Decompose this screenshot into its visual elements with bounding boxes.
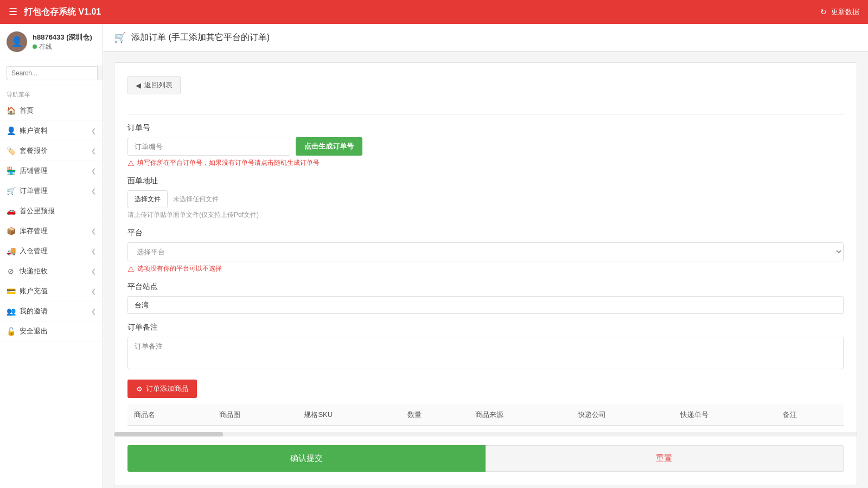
chevron-icon: ❮ (91, 308, 96, 315)
search-input[interactable] (7, 66, 97, 80)
menu-icon[interactable]: ☰ (9, 6, 17, 18)
order-number-row: 点击生成订单号 (127, 137, 844, 156)
file-select-button[interactable]: 选择文件 (127, 190, 168, 208)
form-actions: 确认提交 重置 (127, 445, 844, 472)
content-header: 🛒 添加订单 (手工添加其它平台的订单) (103, 24, 868, 52)
table-header-image: 商品图 (213, 404, 298, 426)
sidebar-item-recharge[interactable]: 💳 账户充值 ❮ (0, 281, 103, 301)
file-no-selected: 未选择任何文件 (173, 195, 219, 204)
main-layout: 👤 h8876433 (深圳仓) 在线 🔍 导航菜单 🏠 首页 (0, 24, 868, 488)
sidebar-item-account[interactable]: 👤 账户资料 ❮ (0, 121, 103, 141)
sidebar-item-label: 账户资料 (20, 126, 48, 136)
user-status: 在线 (33, 42, 92, 52)
platform-select[interactable]: 选择平台 (127, 242, 844, 261)
sidebar: 👤 h8876433 (深圳仓) 在线 🔍 导航菜单 🏠 首页 (0, 24, 103, 488)
sidebar-item-label: 库存管理 (20, 226, 48, 236)
sidebar-item-label: 入仓管理 (20, 246, 48, 256)
back-arrow-icon: ◀ (136, 81, 141, 89)
add-product-label: 订单添加商品 (146, 384, 188, 394)
sidebar-item-express[interactable]: ⊘ 快递拒收 ❮ (0, 261, 103, 281)
reset-button[interactable]: 重置 (486, 445, 844, 472)
refresh-icon: ↻ (820, 8, 827, 16)
sidebar-item-warehouse[interactable]: 📦 库存管理 ❮ (0, 221, 103, 241)
table-header-remark: 备注 (776, 404, 844, 426)
sidebar-item-package[interactable]: 🏷️ 套餐报价 ❮ (0, 141, 103, 161)
sidebar-item-label: 店铺管理 (20, 166, 48, 176)
content-area: 🛒 添加订单 (手工添加其它平台的订单) ◀ 返回列表 订单号 点击生成订单号 (103, 24, 868, 488)
remark-label: 订单备注 (127, 323, 844, 332)
sidebar-section-label: 导航菜单 (0, 86, 103, 101)
sidebar-item-firstmile[interactable]: 🚗 首公里预报 (0, 201, 103, 221)
chevron-icon: ❮ (91, 288, 96, 295)
recharge-icon: 💳 (7, 287, 15, 296)
platform-error-hint: ⚠ 选项没有你的平台可以不选择 (127, 264, 844, 273)
user-section: 👤 h8876433 (深圳仓) 在线 (0, 24, 103, 60)
add-product-button[interactable]: ⚙ 订单添加商品 (127, 380, 197, 398)
platform-station-input[interactable] (127, 296, 844, 314)
form-card: ◀ 返回列表 订单号 点击生成订单号 ⚠ 填写你所在平台订单号，如果没有订单号请… (114, 62, 857, 485)
chevron-icon: ❮ (91, 268, 96, 275)
sidebar-item-label: 首公里预报 (20, 206, 55, 216)
user-name: h8876433 (深圳仓) (33, 33, 92, 42)
inbound-icon: 🚚 (7, 247, 15, 255)
submit-button[interactable]: 确认提交 (127, 445, 486, 472)
chevron-icon: ❮ (91, 127, 96, 134)
sidebar-item-inbound[interactable]: 🚚 入仓管理 ❮ (0, 241, 103, 261)
logout-icon: 🔓 (7, 327, 15, 336)
user-info: h8876433 (深圳仓) 在线 (33, 33, 92, 52)
platform-error-text: 选项没有你的平台可以不选择 (137, 264, 222, 273)
product-table: 商品名 商品图 规格SKU 数量 商品来源 快递公司 快递单号 备注 (127, 404, 844, 426)
back-button[interactable]: ◀ 返回列表 (127, 76, 181, 94)
error-icon: ⚠ (127, 265, 135, 273)
package-icon: 🏷️ (7, 146, 15, 155)
sidebar-item-label: 快递拒收 (20, 266, 48, 276)
order-number-section: 订单号 点击生成订单号 ⚠ 填写你所在平台订单号，如果没有订单号请点击随机生成订… (127, 123, 844, 168)
shop-icon: 🏪 (7, 166, 15, 175)
scroll-bar[interactable] (114, 432, 223, 436)
remark-input[interactable] (127, 337, 844, 369)
content-header-icon: 🛒 (114, 31, 126, 43)
avatar: 👤 (7, 31, 27, 52)
firstmile-icon: 🚗 (7, 207, 15, 215)
remark-section: 订单备注 (127, 323, 844, 371)
express-icon: ⊘ (7, 267, 15, 275)
order-number-input[interactable] (127, 138, 290, 156)
sidebar-item-invite[interactable]: 👥 我的邀请 ❮ (0, 301, 103, 322)
chevron-icon: ❮ (91, 248, 96, 255)
order-number-label: 订单号 (127, 123, 844, 133)
header-left: ☰ 打包仓存系统 V1.01 (9, 6, 101, 18)
platform-station-label: 平台站点 (127, 282, 844, 292)
generate-button[interactable]: 点击生成订单号 (296, 137, 362, 156)
platform-station-section: 平台站点 (127, 282, 844, 314)
table-header-qty: 数量 (401, 404, 468, 426)
chevron-icon: ❮ (91, 147, 96, 155)
manifest-section: 面单地址 选择文件 未选择任何文件 请上传订单贴单面单文件(仅支持上传Pdf文件… (127, 176, 844, 220)
sidebar-item-label: 首页 (20, 106, 34, 115)
sidebar-item-label: 套餐报价 (20, 146, 48, 156)
account-icon: 👤 (7, 126, 15, 135)
content-body: ◀ 返回列表 订单号 点击生成订单号 ⚠ 填写你所在平台订单号，如果没有订单号请… (103, 52, 868, 488)
manifest-label: 面单地址 (127, 176, 844, 186)
file-sub-hint: 请上传订单贴单面单文件(仅支持上传Pdf文件) (127, 210, 844, 220)
chevron-icon: ❮ (91, 168, 96, 175)
warehouse-icon: 📦 (7, 227, 15, 235)
refresh-label: 更新数据 (831, 7, 859, 17)
file-row: 选择文件 未选择任何文件 (127, 190, 844, 208)
order-icon: 🛒 (7, 187, 15, 195)
sidebar-item-label: 订单管理 (20, 186, 48, 196)
sidebar-item-logout[interactable]: 🔓 安全退出 (0, 322, 103, 342)
platform-section: 平台 选择平台 ⚠ 选项没有你的平台可以不选择 (127, 228, 844, 273)
sidebar-item-shop[interactable]: 🏪 店铺管理 ❮ (0, 161, 103, 181)
status-label: 在线 (39, 42, 52, 52)
order-error-text: 填写你所在平台订单号，如果没有订单号请点击随机生成订单号 (137, 158, 320, 168)
sidebar-item-label: 账户充值 (20, 286, 48, 296)
top-header: ☰ 打包仓存系统 V1.01 ↻ 更新数据 (0, 0, 868, 24)
search-button[interactable]: 🔍 (97, 66, 103, 80)
sidebar-item-home[interactable]: 🏠 首页 (0, 101, 103, 121)
platform-label: 平台 (127, 228, 844, 238)
app-title: 打包仓存系统 V1.01 (24, 7, 101, 18)
back-button-label: 返回列表 (144, 80, 173, 90)
refresh-button[interactable]: ↻ 更新数据 (820, 7, 859, 17)
sidebar-item-order[interactable]: 🛒 订单管理 ❮ (0, 181, 103, 201)
table-header-name: 商品名 (127, 404, 213, 426)
